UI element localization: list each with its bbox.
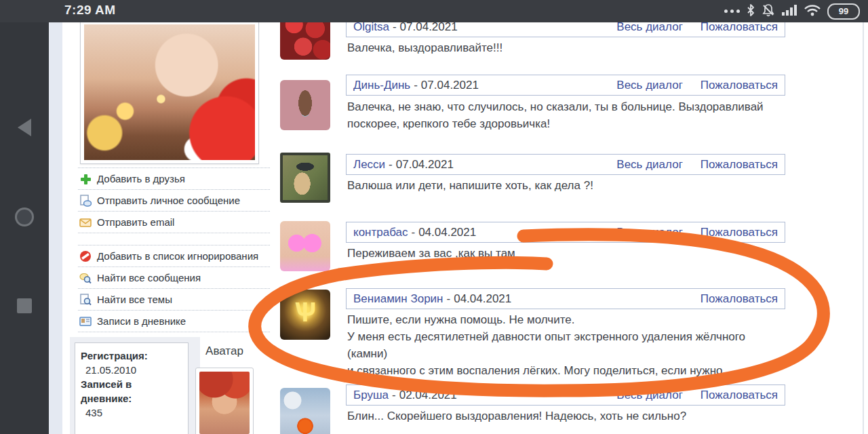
sidebar-action-find-all-topics[interactable]: Найти все темы	[78, 289, 270, 311]
message-header: Лесси - 07.04.2021 Весь диалог Пожаловат…	[346, 154, 785, 175]
avatar-heading: Аватар	[195, 344, 254, 358]
diary-entries-count: 435	[81, 406, 184, 420]
private-message-icon	[79, 195, 92, 207]
action-label: Добавить в список игнорирования	[97, 250, 258, 262]
action-list-gap	[78, 233, 270, 245]
more-notifications-icon	[724, 9, 740, 13]
whole-dialog-link[interactable]: Весь диалог	[616, 158, 683, 172]
screen: Добавить в друзья Отправить личное сообщ…	[0, 0, 868, 434]
add-friend-plus-icon	[79, 173, 92, 185]
message-header: Динь-Динь - 07.04.2021 Весь диалог Пожал…	[346, 75, 785, 96]
report-link[interactable]: Пожаловаться	[701, 79, 778, 92]
whole-dialog-link[interactable]: Весь диалог	[616, 389, 683, 402]
home-button[interactable]	[15, 208, 34, 226]
separator: -	[414, 79, 418, 92]
message-date: 02.04.2021	[399, 389, 457, 402]
battery-icon: 99	[827, 3, 860, 20]
avatar-frame	[195, 368, 254, 434]
bluetooth-icon	[746, 3, 755, 20]
blog-entries-icon	[79, 315, 92, 328]
message-text: Переживаем за вас ,как вы там	[347, 245, 787, 262]
sidebar-action-add-friend[interactable]: Добавить в друзья	[78, 168, 270, 190]
wifi-icon	[804, 3, 821, 20]
message-text: Валечка, не знаю, что случилось, но сказ…	[347, 98, 787, 132]
ignore-block-icon	[79, 250, 92, 262]
message-text: Блин... Скорейшего выздоравления! Надеюс…	[347, 408, 787, 425]
sidebar-action-find-all-messages[interactable]: Найти все сообщения	[78, 267, 270, 289]
message-date: 07.04.2021	[421, 79, 479, 92]
message-header: контрабас - 04.04.2021 Весь диалог Пожал…	[346, 222, 785, 243]
separator: -	[392, 389, 396, 402]
report-link[interactable]: Пожаловаться	[701, 226, 778, 239]
action-label: Отправить email	[97, 216, 174, 228]
message-date: 04.04.2021	[418, 226, 476, 239]
message-header: Бруша - 02.04.2021 Весь диалог Пожаловат…	[346, 384, 785, 406]
profile-photo[interactable]	[84, 24, 255, 160]
separator: -	[411, 226, 415, 239]
user-avatar-image[interactable]	[280, 388, 330, 434]
back-button[interactable]	[18, 119, 31, 136]
search-messages-icon	[79, 272, 92, 284]
recents-button[interactable]	[17, 298, 32, 313]
registration-date: 21.05.2010	[81, 363, 184, 377]
user-avatar-image[interactable]	[280, 80, 330, 130]
diary-entries-label: Записей в дневнике:	[81, 377, 184, 406]
message-text: Валюша или дети, напишите хоть, как дела…	[347, 177, 787, 194]
action-label: Отправить личное сообщение	[97, 195, 240, 206]
separator: -	[447, 292, 451, 306]
sidebar-action-add-to-ignore-list[interactable]: Добавить в список игнорирования	[78, 245, 270, 267]
search-topics-icon	[79, 294, 92, 306]
action-label: Найти все темы	[97, 294, 172, 305]
cellular-signal-icon	[781, 3, 797, 20]
separator: -	[389, 158, 393, 172]
sidebar-action-send-email[interactable]: Отправить email	[78, 212, 270, 233]
action-label: Найти все сообщения	[97, 272, 201, 283]
user-avatar-image[interactable]	[280, 153, 330, 203]
profile-action-list: Добавить в друзья Отправить личное сообщ…	[78, 167, 270, 332]
user-avatar-image[interactable]	[280, 221, 330, 271]
whole-dialog-link[interactable]: Весь диалог	[616, 226, 683, 239]
username-link[interactable]: контрабас	[353, 226, 408, 239]
avatar-image[interactable]	[199, 372, 250, 434]
message-text: Пишите, если нужна помощь. Не молчите. У…	[347, 311, 787, 379]
username-link[interactable]: Вениамин Зорин	[353, 292, 443, 306]
sidebar-action-send-private-message[interactable]: Отправить личное сообщение	[78, 190, 270, 212]
report-link[interactable]: Пожаловаться	[701, 292, 778, 306]
report-link[interactable]: Пожаловаться	[701, 389, 778, 402]
username-link[interactable]: Динь-Динь	[353, 79, 410, 92]
scrollbar[interactable]	[863, 22, 864, 434]
action-label: Записи в дневнике	[97, 315, 186, 327]
message-header: Вениамин Зорин - 04.04.2021 Пожаловаться	[346, 288, 785, 309]
email-envelope-icon	[79, 216, 92, 229]
whole-dialog-link[interactable]: Весь диалог	[616, 79, 683, 92]
profile-photo-frame	[80, 20, 259, 164]
action-label: Добавить в друзья	[97, 173, 185, 184]
message-date: 07.04.2021	[396, 158, 454, 172]
registration-stats-box: Регистрация: 21.05.2010 Записей в дневни…	[75, 342, 189, 434]
report-link[interactable]: Пожаловаться	[701, 158, 778, 172]
message-text: Валечка, выздоравливайте!!!	[347, 39, 787, 56]
username-link[interactable]: Лесси	[353, 158, 385, 172]
notifications-muted-icon	[762, 3, 775, 20]
registration-label: Регистрация:	[81, 349, 184, 363]
android-nav-bar	[0, 0, 49, 434]
message-date: 04.04.2021	[454, 292, 511, 306]
status-time: 7:29 AM	[64, 3, 116, 18]
sidebar-action-blog-entries[interactable]: Записи в дневнике	[78, 311, 270, 332]
page-left-margin	[49, 22, 62, 434]
user-avatar-image[interactable]	[280, 290, 330, 340]
username-link[interactable]: Бруша	[353, 389, 389, 402]
status-bar: 7:29 AM 99	[0, 0, 868, 22]
